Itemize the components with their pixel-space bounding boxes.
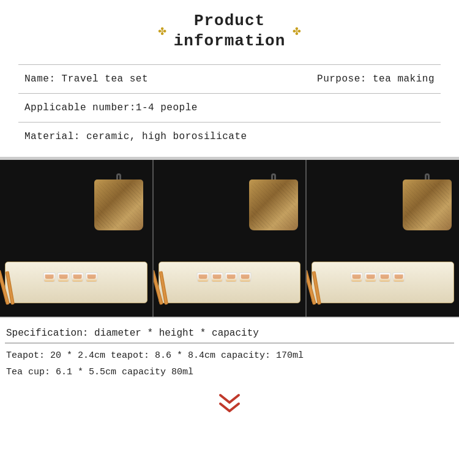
title-row: ✤ Product information ✤ bbox=[18, 11, 441, 51]
product-image-2 bbox=[152, 160, 306, 317]
applicable-label: Applicable number:1-4 people bbox=[24, 102, 198, 113]
page-wrapper: ✤ Product information ✤ Name: Travel tea… bbox=[0, 0, 459, 423]
spec-line-1: Teapot: 20 * 2.4cm teapot: 8.6 * 8.4cm c… bbox=[6, 347, 453, 364]
spec-title: Specification: diameter * height * capac… bbox=[5, 324, 454, 344]
product-image-1 bbox=[0, 160, 152, 317]
spec-line-2: Tea cup: 6.1 * 5.5cm capacity 80ml bbox=[6, 364, 453, 380]
fleur-left-icon: ✤ bbox=[158, 23, 166, 39]
bottom-arrow-section bbox=[0, 384, 459, 423]
product-images-section bbox=[0, 159, 459, 318]
product-image-3 bbox=[305, 160, 459, 317]
material-label: Material: ceramic, high borosilicate bbox=[24, 131, 247, 142]
product-info-title: Product information bbox=[174, 11, 286, 51]
fleur-right-icon: ✤ bbox=[293, 23, 300, 39]
spec-section: Specification: diameter * height * capac… bbox=[0, 318, 459, 384]
material-row: Material: ceramic, high borosilicate bbox=[18, 122, 441, 151]
name-label: Name: Travel tea set bbox=[24, 74, 148, 85]
name-purpose-row: Name: Travel tea set Purpose: tea making bbox=[18, 64, 441, 93]
double-chevron-down-icon bbox=[217, 393, 242, 417]
spec-details: Teapot: 20 * 2.4cm teapot: 8.6 * 8.4cm c… bbox=[5, 344, 454, 384]
applicable-row: Applicable number:1-4 people bbox=[18, 93, 441, 122]
purpose-label: Purpose: tea making bbox=[317, 74, 435, 85]
product-info-section: ✤ Product information ✤ Name: Travel tea… bbox=[0, 0, 459, 159]
